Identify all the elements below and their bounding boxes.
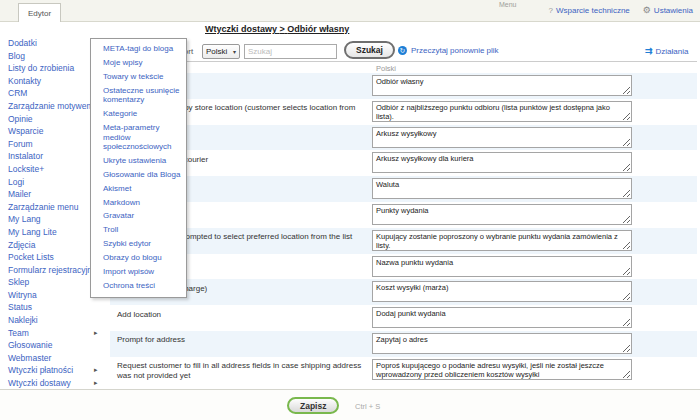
translation-value-textarea[interactable]: Zapytaj o adres	[372, 333, 632, 354]
search-button[interactable]: Szukaj	[344, 41, 395, 59]
breadcrumb: Wtyczki dostawy > Odbiór własny	[205, 24, 349, 34]
sidebar-item-label: Logi	[8, 177, 24, 187]
sidebar-item-label: Zarządzanie menu	[8, 202, 78, 212]
support-label: Wsparcie techniczne	[556, 6, 630, 15]
sidebar-item-label: Webmaster	[8, 353, 51, 363]
language-select[interactable]: Polski ▾	[202, 44, 240, 59]
breadcrumb-parent[interactable]: Wtyczki dostawy	[205, 24, 277, 34]
sidebar-item[interactable]: Team ▸	[8, 327, 112, 340]
dropdown-menu-item[interactable]: Akismet	[91, 182, 186, 196]
sidebar-item-label: Forum	[8, 139, 33, 149]
table-row: Location name Nazwa punktu wydania	[110, 254, 697, 280]
settings-label: Ustawienia	[654, 6, 693, 15]
table-row: Shipping sheet Arkusz wysyłkowy	[110, 125, 697, 151]
sidebar-item-label: Naklejki	[8, 315, 38, 325]
submenu-arrow-icon: ▸	[94, 327, 98, 340]
sidebar-item-label: Zdjęcia	[8, 240, 35, 250]
translation-value-textarea[interactable]: Dodaj punkt wydania	[372, 307, 632, 328]
dropdown-menu-item[interactable]: Ochrona treści	[91, 279, 186, 293]
table-row: Customer will be prompted to select pref…	[110, 228, 697, 254]
dropdown-menu-item[interactable]: Ostateczne usunięcie komentarzy	[91, 84, 186, 107]
table-row: Locations Punkty wydania	[110, 202, 697, 228]
translation-value-textarea[interactable]: Waluta	[372, 178, 632, 199]
translation-value-textarea[interactable]: Arkusz wysyłkowy dla kuriera	[372, 152, 632, 173]
tab-edytor[interactable]: Edytor	[18, 3, 61, 22]
translation-key-label: Request customer to fill in all address …	[117, 361, 367, 380]
question-icon: ?	[549, 6, 553, 15]
translation-value-textarea[interactable]: Poproś kupującego o podanie adresu wysył…	[372, 359, 632, 380]
menu-label: Menu	[499, 1, 517, 8]
dropdown-menu-item[interactable]: Obrazy do blogu	[91, 251, 186, 265]
translation-value-textarea[interactable]: Punkty wydania	[372, 204, 632, 225]
table-row: Prompt for address Zapytaj o adres	[110, 331, 697, 357]
translation-value-textarea[interactable]: Odbiór własny	[372, 75, 632, 96]
search-input[interactable]	[244, 44, 337, 59]
column-header-polski: Polski	[376, 64, 396, 73]
sidebar-item-label: My Lang	[8, 214, 41, 224]
sidebar-item-label: Głosowanie	[8, 340, 52, 350]
translation-key-label: Add location	[117, 310, 367, 320]
dropdown-menu-item[interactable]: Import wpisów	[91, 265, 186, 279]
translation-value-textarea[interactable]: Koszt wysyłki (marża)	[372, 281, 632, 302]
dropdown-menu-item[interactable]: Ukryte ustawienia	[91, 154, 186, 168]
dropdown-menu-item[interactable]: Gravatar	[91, 209, 186, 223]
table-row: Request customer to fill in all address …	[110, 357, 697, 383]
save-button[interactable]: Zapisz	[287, 397, 339, 414]
language-selected-value: Polski	[206, 47, 227, 56]
sidebar-item-label: My Lang Lite	[8, 227, 57, 237]
sidebar-item-label: Sklep	[8, 277, 29, 287]
topbar-links: ? Wsparcie techniczne ⚙ Ustawienia	[549, 5, 693, 15]
actions-label: Działania	[656, 47, 689, 56]
sidebar-item-label: Wsparcie	[8, 126, 43, 136]
sidebar-item-label: CRM	[8, 88, 27, 98]
sidebar-item[interactable]: Naklejki ▸	[8, 314, 112, 327]
table-header: Polski	[110, 62, 697, 73]
table-rows: Self pickup Odbiór własny Pickup from a …	[110, 73, 697, 383]
app-root: Menu ? Wsparcie techniczne ⚙ Ustawienia …	[0, 0, 700, 420]
table-row: Shipping rate (surcharge) Koszt wysyłki …	[110, 279, 697, 305]
settings-link[interactable]: ⚙ Ustawienia	[643, 5, 693, 15]
sidebar-item-label: Dodatki	[8, 38, 37, 48]
sidebar-item-label: Witryna	[8, 290, 37, 300]
table-row: Add location Dodaj punkt wydania	[110, 305, 697, 331]
breadcrumb-separator: >	[280, 24, 285, 34]
submenu-arrow-icon: ▸	[94, 377, 98, 390]
sidebar-item[interactable]: Status ▸	[8, 301, 112, 314]
dropdown-menu-item[interactable]: Meta-parametry mediów społecznościowych	[91, 121, 186, 154]
dropdown-menu-item[interactable]: Kategorie	[91, 107, 186, 121]
save-shortcut-hint: Ctrl + S	[355, 402, 380, 411]
actions-link[interactable]: ⇉ Działania	[645, 46, 688, 56]
dropdown-menu-item[interactable]: Troll	[91, 223, 186, 237]
table-row: Currency Waluta	[110, 176, 697, 202]
blog-dropdown-menu: META-tagi do bloga Moje wpisy Towary w t…	[90, 38, 187, 298]
sidebar-item[interactable]: Wtyczki dostawy ▸	[8, 377, 112, 390]
sidebar-item-label: Zarządzanie motywem	[8, 101, 94, 111]
submenu-arrow-icon: ▸	[94, 364, 98, 377]
sidebar-item[interactable]: Webmaster ▸	[8, 352, 112, 365]
dropdown-menu-item[interactable]: Moje wpisy	[91, 56, 186, 70]
refresh-icon: ↻	[398, 46, 407, 55]
gear-icon: ⚙	[643, 5, 651, 15]
dropdown-menu-item[interactable]: Głosowanie dla Bloga	[91, 168, 186, 182]
support-link[interactable]: ? Wsparcie techniczne	[549, 6, 630, 15]
breadcrumb-current: Odbiór własny	[287, 24, 349, 34]
dropdown-menu-item[interactable]: Markdown	[91, 195, 186, 209]
dropdown-menu-item[interactable]: META-tagi do bloga	[91, 42, 186, 56]
reload-file-link[interactable]: ↻ Przeczytaj ponownie plik	[398, 46, 499, 55]
sidebar-item-label: Wtyczki dostawy	[8, 378, 71, 388]
sidebar-item-label: Formularz rejestracyjny	[8, 265, 96, 275]
footer-bar: Zapisz Ctrl + S	[0, 389, 700, 420]
translation-value-textarea[interactable]: Kupujący zostanie poproszony o wybranie …	[372, 230, 632, 251]
sidebar-item-label: Wtyczki płatności	[8, 365, 73, 375]
translation-value-textarea[interactable]: Odbiór z najbliższego punktu odbioru (li…	[372, 101, 632, 122]
dropdown-menu-item[interactable]: Towary w tekście	[91, 70, 186, 84]
table-row: Pickup from a nearby store location (cus…	[110, 99, 697, 125]
translation-value-textarea[interactable]: Nazwa punktu wydania	[372, 256, 632, 277]
translation-value-textarea[interactable]: Arkusz wysyłkowy	[372, 127, 632, 148]
sidebar-item[interactable]: Wtyczki płatności ▸	[8, 364, 112, 377]
sidebar-item[interactable]: Głosowanie ▸	[8, 339, 112, 352]
topbar: Menu ? Wsparcie techniczne ⚙ Ustawienia	[0, 0, 700, 22]
dropdown-menu-item[interactable]: Szybki edytor	[91, 237, 186, 251]
sidebar-item-label: Kontakty	[8, 76, 41, 86]
sidebar-item-label: Opinie	[8, 114, 33, 124]
